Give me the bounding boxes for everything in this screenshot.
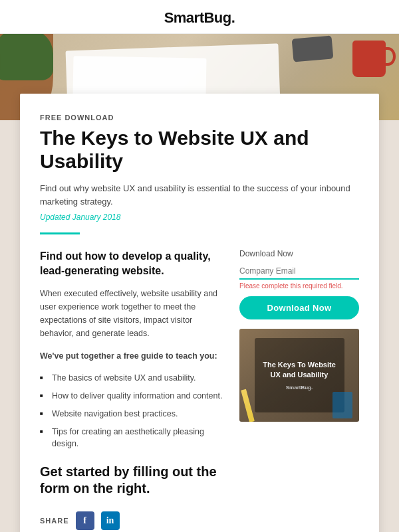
list-item: Website navigation best practices. (40, 408, 223, 420)
bullet-list: The basics of website UX and usability. … (40, 372, 223, 450)
bold-lead-text: We've put together a free guide to teach… (40, 349, 223, 363)
download-now-button[interactable]: Download Now (239, 296, 359, 319)
updated-date: Updated January 2018 (40, 213, 359, 222)
main-title: The Keys to Website UX and Usability (40, 127, 359, 173)
two-column-layout: Find out how to develop a quality, lead-… (40, 249, 359, 530)
facebook-share-button[interactable]: f (76, 511, 94, 530)
list-item: Tips for creating an aesthetically pleas… (40, 426, 223, 451)
pencil-decoration (241, 389, 255, 422)
phone-decoration (292, 35, 334, 62)
paper-lines-decoration (72, 56, 206, 98)
book-brand: SmartBug. (286, 385, 313, 391)
body-paragraph: When executed effectively, website usabi… (40, 287, 223, 340)
download-label: Download Now (239, 249, 359, 258)
cta-heading: Get started by filling out the form on t… (40, 464, 223, 497)
book-cover-image: The Keys To Website UX and Usability Sma… (239, 329, 359, 422)
main-description: Find out why website UX and usability is… (40, 182, 359, 209)
email-field[interactable] (239, 264, 359, 280)
mug-decoration (352, 41, 386, 77)
email-input-wrap (239, 264, 359, 280)
error-message: Please complete this required field. (239, 282, 359, 290)
share-label: SHARE (40, 517, 69, 525)
teal-divider (40, 232, 80, 234)
right-column: Download Now Please complete this requir… (239, 249, 359, 530)
book-accent-decoration (332, 392, 352, 418)
free-download-label: FREE DOWNLOAD (40, 114, 359, 122)
site-logo: SmartBug. (0, 9, 399, 27)
linkedin-icon: in (106, 515, 114, 526)
site-header: SmartBug. (0, 0, 399, 34)
left-column: Find out how to develop a quality, lead-… (40, 249, 223, 530)
plant-leaves-decoration (0, 34, 53, 80)
share-section: SHARE f in (40, 511, 223, 530)
logo-text: SmartBug. (164, 9, 235, 26)
bold-lead-span: We've put together a free guide to teach… (40, 351, 217, 361)
book-title: The Keys To Website UX and Usability (260, 360, 339, 379)
list-item: The basics of website UX and usability. (40, 372, 223, 385)
section-heading: Find out how to develop a quality, lead-… (40, 249, 223, 278)
main-card: FREE DOWNLOAD The Keys to Website UX and… (20, 94, 379, 532)
list-item: How to deliver quality information and c… (40, 390, 223, 402)
linkedin-share-button[interactable]: in (101, 511, 120, 530)
facebook-icon: f (83, 515, 86, 526)
book-cover-inner: The Keys To Website UX and Usability Sma… (255, 338, 344, 412)
